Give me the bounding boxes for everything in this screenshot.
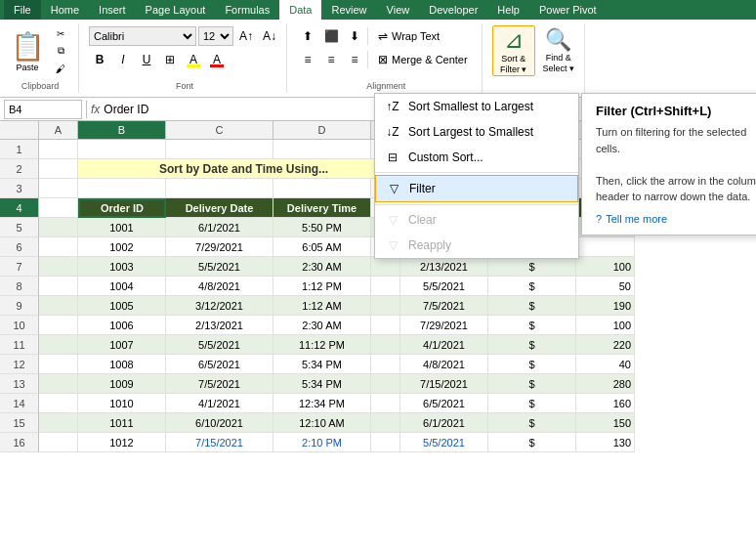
cell-g14[interactable]: $ [488,394,576,413]
cell-a5[interactable] [39,218,78,237]
row-header-16[interactable]: 16 [0,433,39,452]
align-right-button[interactable]: ≡ [344,49,365,70]
cell-c10[interactable]: 2/13/2021 [166,316,273,335]
row-header-15[interactable]: 15 [0,413,39,433]
cell-d1[interactable] [273,140,371,159]
cell-b3[interactable] [78,179,166,198]
cell-g13[interactable]: $ [488,374,576,394]
cell-f9[interactable]: 7/5/2021 [400,296,488,316]
cell-b10[interactable]: 1006 [78,316,166,335]
cell-g16[interactable]: $ [488,433,576,452]
cell-f10[interactable]: 7/29/2021 [400,316,488,335]
cell-f7[interactable]: 2/13/2021 [400,257,488,277]
cell-b6[interactable]: 1002 [78,237,166,257]
row-header-13[interactable]: 13 [0,374,39,394]
cell-a3[interactable] [39,179,78,198]
cell-h6[interactable] [576,237,635,257]
cell-g11[interactable]: $ [488,335,576,355]
cell-b13[interactable]: 1009 [78,374,166,394]
cell-c11[interactable]: 5/5/2021 [166,335,273,355]
cell-d10[interactable]: 2:30 AM [273,316,371,335]
cell-e8[interactable] [371,277,400,296]
cut-button[interactable]: ✂ [49,25,72,41]
cell-d14[interactable]: 12:34 PM [273,394,371,413]
cell-e13[interactable] [371,374,400,394]
cell-e7[interactable] [371,257,400,277]
cell-g10[interactable]: $ [488,316,576,335]
cell-b8[interactable]: 1004 [78,277,166,296]
cell-h13[interactable]: 280 [576,374,635,394]
cell-f13[interactable]: 7/15/2021 [400,374,488,394]
cell-a7[interactable] [39,257,78,277]
align-bottom-button[interactable]: ⬇ [344,25,365,47]
col-a[interactable]: A [39,121,78,139]
cell-h10[interactable]: 100 [576,316,635,335]
cell-a16[interactable] [39,433,78,452]
tab-help[interactable]: Help [487,0,529,20]
cell-e16[interactable] [371,433,400,452]
cell-a11[interactable] [39,335,78,355]
cell-b5[interactable]: 1001 [78,218,166,237]
cell-f14[interactable]: 6/5/2021 [400,394,488,413]
tab-insert[interactable]: Insert [89,0,136,20]
tab-home[interactable]: Home [41,0,89,20]
cell-h15[interactable]: 150 [576,413,635,433]
col-d[interactable]: D [273,121,371,139]
cell-h12[interactable]: 40 [576,355,635,374]
col-b[interactable]: B [78,121,166,139]
col-c[interactable]: C [166,121,273,139]
cell-c15[interactable]: 6/10/2021 [166,413,273,433]
tab-power-pivot[interactable]: Power Pivot [529,0,607,20]
row-header-12[interactable]: 12 [0,355,39,374]
cell-c5[interactable]: 6/1/2021 [166,218,273,237]
tab-developer[interactable]: Developer [419,0,487,20]
cell-d5[interactable]: 5:50 PM [273,218,371,237]
row-header-4[interactable]: 4 [0,198,39,218]
cell-a13[interactable] [39,374,78,394]
cell-f8[interactable]: 5/5/2021 [400,277,488,296]
row-header-9[interactable]: 9 [0,296,39,316]
font-size-select[interactable]: 12 [198,26,233,46]
cell-c1[interactable] [166,140,273,159]
cell-b12[interactable]: 1008 [78,355,166,374]
tab-review[interactable]: Review [321,0,376,20]
align-center-button[interactable]: ≡ [320,49,342,70]
cell-e11[interactable] [371,335,400,355]
bold-button[interactable]: B [89,49,110,70]
row-header-7[interactable]: 7 [0,257,39,277]
cell-e15[interactable] [371,413,400,433]
cell-g9[interactable]: $ [488,296,576,316]
find-select-button[interactable]: 🔍 Find &Select ▾ [539,25,578,76]
row-header-6[interactable]: 6 [0,237,39,257]
cell-f16[interactable]: 5/5/2021 [400,433,488,452]
cell-h16[interactable]: 130 [576,433,635,452]
font-color-button[interactable]: A [206,49,228,70]
cell-h3[interactable] [576,179,635,198]
cell-d8[interactable]: 1:12 PM [273,277,371,296]
cell-d11[interactable]: 11:12 PM [273,335,371,355]
cell-e9[interactable] [371,296,400,316]
sort-largest-smallest-item[interactable]: ↓Z Sort Largest to Smallest [375,119,578,145]
cell-h9[interactable]: 190 [576,296,635,316]
cell-a15[interactable] [39,413,78,433]
paste-button[interactable]: 📋 Paste [8,25,47,76]
cell-d15[interactable]: 12:10 AM [273,413,371,433]
cell-c8[interactable]: 4/8/2021 [166,277,273,296]
cell-f12[interactable]: 4/8/2021 [400,355,488,374]
filter-item[interactable]: ▽ Filter [375,175,578,202]
cell-h2[interactable] [586,159,645,179]
cell-b16[interactable]: 1012 [78,433,166,452]
cell-b9[interactable]: 1005 [78,296,166,316]
cell-d6[interactable]: 6:05 AM [273,237,371,257]
cell-c12[interactable]: 6/5/2021 [166,355,273,374]
cell-d4[interactable]: Delivery Time [273,198,371,218]
align-middle-button[interactable]: ⬛ [320,25,342,47]
cell-f15[interactable]: 6/1/2021 [400,413,488,433]
cell-e14[interactable] [371,394,400,413]
cell-e10[interactable] [371,316,400,335]
cell-d16[interactable]: 2:10 PM [273,433,371,452]
wrap-text-button[interactable]: ⇌ Wrap Text [370,27,447,45]
cell-b1[interactable] [78,140,166,159]
row-header-3[interactable]: 3 [0,179,39,198]
align-top-button[interactable]: ⬆ [297,25,318,47]
